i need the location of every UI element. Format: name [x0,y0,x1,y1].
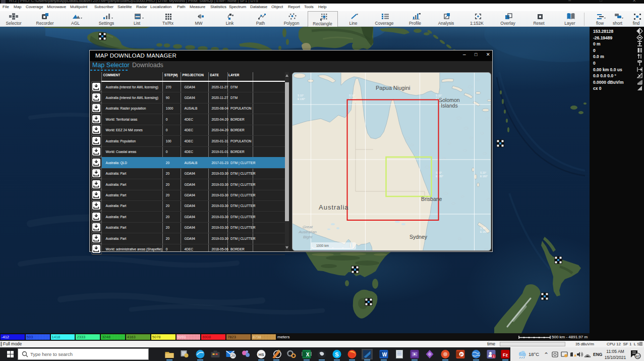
svg-text:1000 km: 1000 km [316,244,329,247]
svg-text:Great: Great [302,225,313,229]
svg-text:Australian: Australian [298,230,317,234]
svg-text:S 20°: S 20° [480,171,486,174]
svg-text:E 150°: E 150° [436,175,443,178]
svg-text:S 10°: S 10° [349,94,355,97]
svg-text:Brisbane: Brisbane [421,196,442,202]
svg-text:P: P [460,352,463,357]
svg-text:29: 29 [231,354,235,357]
svg-text:Sydney: Sydney [409,234,428,240]
svg-text:E 130°: E 130° [298,97,305,100]
svg-text:E 160°: E 160° [480,175,488,178]
svg-text:Papua Niugini: Papua Niugini [376,85,411,91]
svg-text:X: X [306,352,310,357]
svg-text:Bight: Bight [303,235,312,239]
svg-text:Australia: Australia [319,203,349,211]
svg-text:S: S [335,351,338,357]
svg-text:Islands: Islands [441,102,457,109]
svg-text:Fz: Fz [503,352,508,357]
svg-text:S 10°: S 10° [298,94,304,97]
svg-text:S 30°: S 30° [480,227,486,230]
svg-text:W: W [382,352,387,357]
svg-text:E 160°: E 160° [480,230,488,233]
svg-text:42: 42 [636,354,640,358]
svg-text:HS: HS [258,352,264,357]
